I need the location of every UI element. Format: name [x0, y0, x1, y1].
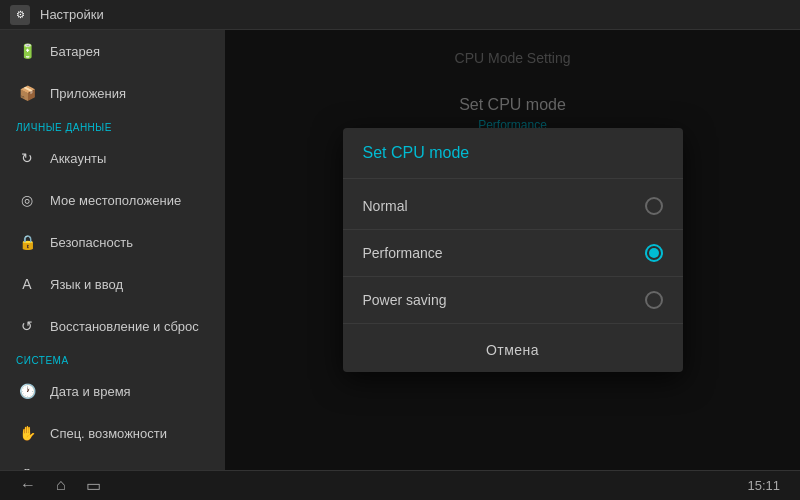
- topbar-title: Настройки: [40, 7, 104, 22]
- section-label-personal: ЛИЧНЫЕ ДАННЫЕ: [0, 114, 225, 137]
- option-performance-label: Performance: [363, 245, 443, 261]
- developer-icon: {}: [16, 464, 38, 470]
- sidebar-item-security[interactable]: 🔒 Безопасность: [0, 221, 225, 263]
- settings-icon: ⚙: [16, 9, 25, 20]
- sidebar-item-developer[interactable]: {} Для разработчиков: [0, 454, 225, 470]
- sidebar-item-label: Язык и ввод: [50, 277, 123, 292]
- home-button[interactable]: ⌂: [56, 476, 66, 495]
- bottombar: ← ⌂ ▭ 15:11: [0, 470, 800, 500]
- back-button[interactable]: ←: [20, 476, 36, 495]
- sidebar-item-label: Мое местоположение: [50, 193, 181, 208]
- radio-performance-inner: [649, 248, 659, 258]
- cpu-mode-dialog: Set CPU mode Normal Performance: [343, 128, 683, 372]
- security-icon: 🔒: [16, 231, 38, 253]
- sidebar-item-accounts[interactable]: ↻ Аккаунты: [0, 137, 225, 179]
- sidebar-item-label: Спец. возможности: [50, 426, 167, 441]
- sidebar-item-label: Безопасность: [50, 235, 133, 250]
- sidebar-item-label: Аккаунты: [50, 151, 106, 166]
- language-icon: A: [16, 273, 38, 295]
- accessibility-icon: ✋: [16, 422, 38, 444]
- apps-icon: 📦: [16, 82, 38, 104]
- radio-performance[interactable]: [645, 244, 663, 262]
- sidebar-item-datetime[interactable]: 🕐 Дата и время: [0, 370, 225, 412]
- recents-button[interactable]: ▭: [86, 476, 101, 495]
- sidebar-item-label: Восстановление и сброс: [50, 319, 199, 334]
- location-icon: ◎: [16, 189, 38, 211]
- section-label-system: СИСТЕМА: [0, 347, 225, 370]
- sidebar-item-backup[interactable]: ↺ Восстановление и сброс: [0, 305, 225, 347]
- sidebar-item-accessibility[interactable]: ✋ Спец. возможности: [0, 412, 225, 454]
- datetime-icon: 🕐: [16, 380, 38, 402]
- bottom-nav: ← ⌂ ▭: [20, 476, 101, 495]
- clock: 15:11: [747, 478, 780, 493]
- dialog-overlay: Set CPU mode Normal Performance: [225, 30, 800, 470]
- main-layout: 🔋 Батарея 📦 Приложения ЛИЧНЫЕ ДАННЫЕ ↻ А…: [0, 30, 800, 470]
- accounts-icon: ↻: [16, 147, 38, 169]
- option-powersaving-label: Power saving: [363, 292, 447, 308]
- topbar: ⚙ Настройки: [0, 0, 800, 30]
- dialog-option-performance[interactable]: Performance: [343, 230, 683, 277]
- sidebar-item-label: Батарея: [50, 44, 100, 59]
- battery-icon: 🔋: [16, 40, 38, 62]
- sidebar-item-location[interactable]: ◎ Мое местоположение: [0, 179, 225, 221]
- sidebar-item-label: Дата и время: [50, 384, 131, 399]
- radio-normal[interactable]: [645, 197, 663, 215]
- dialog-option-normal[interactable]: Normal: [343, 183, 683, 230]
- sidebar: 🔋 Батарея 📦 Приложения ЛИЧНЫЕ ДАННЫЕ ↻ А…: [0, 30, 225, 470]
- topbar-icon: ⚙: [10, 5, 30, 25]
- content-area: CPU Mode Setting Set CPU mode Performanc…: [225, 30, 800, 470]
- option-normal-label: Normal: [363, 198, 408, 214]
- sidebar-item-apps[interactable]: 📦 Приложения: [0, 72, 225, 114]
- sidebar-item-language[interactable]: A Язык и ввод: [0, 263, 225, 305]
- dialog-title: Set CPU mode: [343, 128, 683, 179]
- backup-icon: ↺: [16, 315, 38, 337]
- dialog-option-powersaving[interactable]: Power saving: [343, 277, 683, 324]
- dialog-cancel-button[interactable]: Отмена: [343, 328, 683, 372]
- sidebar-item-label: Приложения: [50, 86, 126, 101]
- sidebar-item-battery[interactable]: 🔋 Батарея: [0, 30, 225, 72]
- radio-powersaving[interactable]: [645, 291, 663, 309]
- sidebar-item-label: Для разработчиков: [50, 468, 166, 471]
- dialog-options: Normal Performance Power saving: [343, 179, 683, 328]
